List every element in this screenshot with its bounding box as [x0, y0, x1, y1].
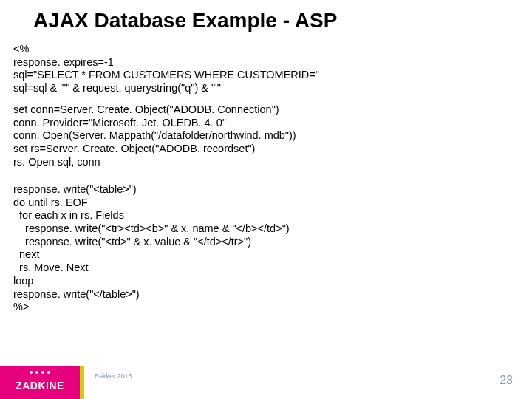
- logo: ZADKINE: [0, 366, 80, 399]
- logo-text: ZADKINE: [16, 380, 64, 392]
- code-block-2: set conn=Server. Create. Object("ADODB. …: [13, 103, 296, 168]
- author-text: Bakker 2016: [95, 372, 132, 380]
- slide-title: AJAX Database Example - ASP: [33, 9, 337, 33]
- page-number: 23: [499, 374, 513, 387]
- slide: AJAX Database Example - ASP <% response.…: [0, 0, 532, 399]
- accent-strip: [80, 366, 84, 399]
- footer: ZADKINE Bakker 2016 23: [0, 358, 532, 399]
- code-block-3: response. write("<table>") do until rs. …: [13, 183, 290, 314]
- code-block-1: <% response. expires=-1 sql="SELECT * FR…: [13, 43, 319, 95]
- logo-dots-icon: [30, 371, 50, 374]
